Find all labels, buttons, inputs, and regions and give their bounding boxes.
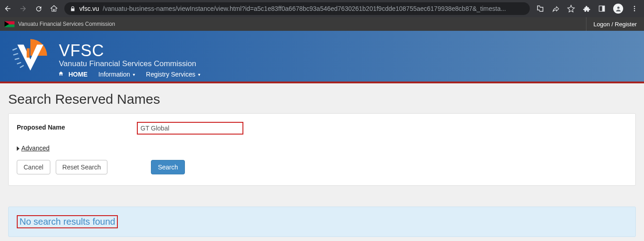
search-button[interactable]: Search	[151, 160, 184, 174]
nav-home[interactable]: HOME	[58, 71, 87, 78]
svg-point-4	[634, 8, 635, 10]
svg-point-3	[634, 6, 635, 7]
reload-button[interactable]	[34, 5, 43, 13]
vanuatu-flag-icon	[5, 21, 15, 27]
url-host: vfsc.vu	[79, 5, 99, 12]
nav-registry-services[interactable]: Registry Services ▾	[146, 71, 200, 78]
caret-right-icon	[17, 146, 19, 151]
svg-point-2	[617, 6, 620, 9]
search-panel: Proposed Name Advanced Cancel Reset Sear…	[8, 113, 636, 186]
government-bar: Vanuatu Financial Services Commission Lo…	[0, 17, 644, 31]
panel-icon[interactable]	[598, 5, 606, 13]
page-title: Search Reserved Names	[8, 92, 636, 107]
svg-point-5	[634, 10, 635, 11]
no-results-text: No search results found	[17, 215, 118, 228]
chevron-down-icon: ▾	[198, 72, 200, 77]
site-header: VFSC Vanuatu Financial Services Commissi…	[0, 31, 644, 83]
lock-icon	[70, 6, 76, 12]
login-register-link[interactable]: Logon / Register	[586, 17, 644, 31]
translate-icon[interactable]	[536, 5, 544, 13]
proposed-name-input[interactable]	[137, 122, 243, 135]
cancel-button[interactable]: Cancel	[17, 160, 50, 174]
back-button[interactable]	[4, 5, 12, 13]
profile-avatar[interactable]	[613, 4, 623, 14]
browser-actions	[536, 4, 640, 14]
vfsc-logo	[11, 37, 50, 72]
home-browser-button[interactable]	[50, 5, 58, 13]
advanced-toggle[interactable]: Advanced	[21, 145, 49, 152]
svg-rect-1	[602, 6, 605, 11]
label-proposed-name: Proposed Name	[17, 122, 119, 131]
home-icon	[58, 71, 64, 78]
share-icon[interactable]	[552, 5, 560, 13]
results-alert: No search results found	[8, 207, 636, 237]
nav-information[interactable]: Information ▾	[98, 71, 135, 78]
reset-search-button[interactable]: Reset Search	[56, 160, 108, 174]
kebab-menu-icon[interactable]	[630, 5, 639, 13]
chevron-down-icon: ▾	[133, 72, 135, 77]
brand-acronym: VFSC	[59, 41, 196, 60]
browser-toolbar: vfsc.vu/vanuatu-business-names/viewInsta…	[0, 0, 644, 17]
main-nav: HOME Information ▾ Registry Services ▾	[58, 67, 200, 82]
forward-button[interactable]	[19, 5, 27, 13]
address-bar[interactable]: vfsc.vu/vanuatu-business-names/viewInsta…	[64, 2, 530, 15]
extensions-icon[interactable]	[582, 5, 591, 13]
browser-nav-group	[4, 5, 58, 13]
star-icon[interactable]	[567, 5, 575, 13]
gov-brand: Vanuatu Financial Services Commission	[0, 21, 115, 27]
url-path: /vanuatu-business-names/viewInstance/vie…	[103, 5, 506, 12]
gov-title: Vanuatu Financial Services Commission	[18, 21, 115, 27]
